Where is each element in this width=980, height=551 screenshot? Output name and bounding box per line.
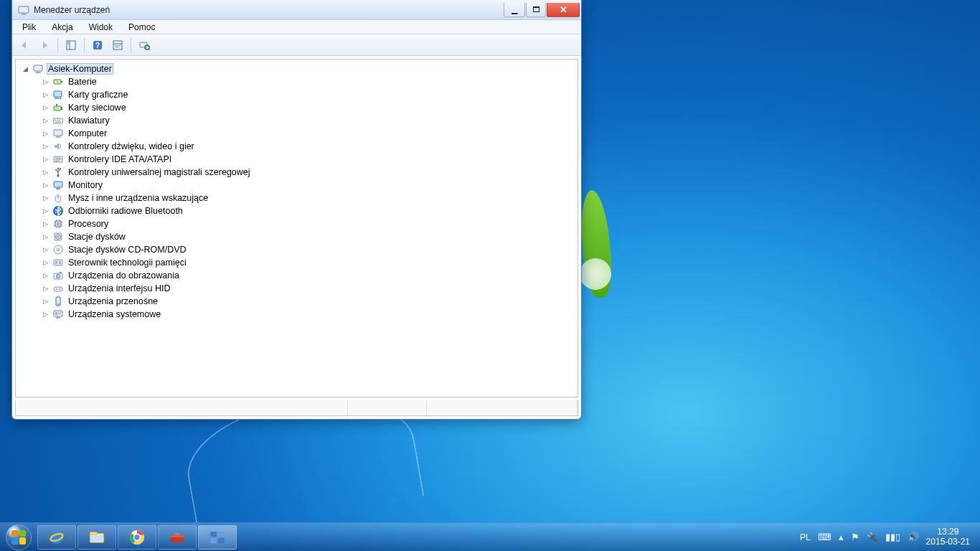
close-button[interactable]: ✕ xyxy=(547,3,580,17)
expand-icon[interactable]: ▷ xyxy=(42,233,50,241)
menu-widok[interactable]: Widok xyxy=(83,22,118,33)
taskbar-ie[interactable] xyxy=(37,525,76,550)
expand-icon[interactable]: ▷ xyxy=(42,156,50,164)
expand-icon[interactable]: ▷ xyxy=(42,194,50,202)
collapse-icon[interactable]: ◢ xyxy=(22,65,29,73)
help-button[interactable]: ? xyxy=(88,37,107,54)
svg-rect-95 xyxy=(210,531,217,536)
expand-icon[interactable]: ▷ xyxy=(42,272,50,280)
computer-icon xyxy=(52,128,64,139)
power-icon[interactable]: 🔌 xyxy=(867,532,878,542)
tree-item[interactable]: ▷Procesory xyxy=(17,217,576,230)
start-button[interactable] xyxy=(4,523,33,552)
properties-button[interactable] xyxy=(108,37,127,54)
keyboard-layout-icon[interactable]: ⌨ xyxy=(818,532,831,542)
back-button[interactable] xyxy=(15,37,34,54)
tree-item[interactable]: ▷Monitory xyxy=(17,179,576,192)
svg-text:?: ? xyxy=(95,42,100,50)
tree-item-label: Stacje dysków xyxy=(67,232,127,242)
svg-rect-67 xyxy=(55,261,57,264)
tree-item[interactable]: ▷Stacje dysków xyxy=(17,230,576,243)
taskbar-app-toolbox[interactable] xyxy=(158,525,197,550)
volume-icon[interactable]: 🔊 xyxy=(908,532,919,542)
tree-item[interactable]: ▷Sterownik technologii pamięci xyxy=(17,256,576,269)
statusbar xyxy=(15,400,578,416)
tree-item-label: Sterownik technologii pamięci xyxy=(67,258,188,268)
svg-rect-33 xyxy=(56,136,60,137)
action-center-icon[interactable]: ⚑ xyxy=(851,532,859,542)
tray-clock[interactable]: 13:29 2015-03-21 xyxy=(926,527,970,547)
tree-item[interactable]: ▷Stacje dysków CD-ROM/DVD xyxy=(17,243,576,256)
tree-item[interactable]: ▷Karty sieciowe xyxy=(17,101,576,114)
taskbar-explorer[interactable] xyxy=(77,525,116,550)
svg-rect-0 xyxy=(19,6,29,13)
titlebar[interactable]: Menedżer urządzeń ▁ ✕ xyxy=(12,0,581,20)
tree-item-label: Karty graficzne xyxy=(67,90,129,100)
network-icon[interactable]: ▮▮▯ xyxy=(885,532,900,542)
menu-plik[interactable]: Plik xyxy=(17,22,42,33)
expand-icon[interactable]: ▷ xyxy=(42,117,50,125)
expand-icon[interactable]: ▷ xyxy=(42,91,50,99)
window-title: Menedżer urządzeń xyxy=(34,5,503,15)
expand-icon[interactable]: ▷ xyxy=(42,130,50,138)
statusbar-cell xyxy=(427,400,578,415)
tree-item-label: Kontrolery dźwięku, wideo i gier xyxy=(67,141,196,151)
svg-rect-10 xyxy=(115,45,121,46)
svg-rect-16 xyxy=(36,72,40,72)
svg-rect-24 xyxy=(61,107,62,110)
svg-rect-2 xyxy=(21,14,27,15)
svg-rect-94 xyxy=(174,532,180,534)
tree-item[interactable]: ▷Mysz i inne urządzenia wskazujące xyxy=(17,192,576,204)
tray-show-hidden-icons[interactable]: ▴ xyxy=(839,532,844,542)
expand-icon[interactable]: ▷ xyxy=(42,220,50,228)
expand-icon[interactable]: ▷ xyxy=(42,182,50,189)
tree-item[interactable]: ▷Baterie xyxy=(17,75,576,88)
disk-icon xyxy=(52,231,64,242)
tree-root[interactable]: ◢Asiek-Komputer xyxy=(17,62,576,75)
tree-item[interactable]: ▷Kontrolery uniwersalnej magistrali szer… xyxy=(17,166,576,179)
expand-icon[interactable]: ▷ xyxy=(42,298,50,306)
tree-item[interactable]: ▷Klawiatury xyxy=(17,114,576,127)
tree-item[interactable]: ▷Kontrolery dźwięku, wideo i gier xyxy=(17,140,576,153)
svg-rect-86 xyxy=(90,532,97,534)
svg-rect-80 xyxy=(58,312,61,313)
expand-icon[interactable]: ▷ xyxy=(42,104,50,112)
maximize-button[interactable] xyxy=(526,3,546,17)
svg-rect-20 xyxy=(54,91,62,97)
svg-rect-23 xyxy=(54,106,61,110)
svg-rect-47 xyxy=(56,189,60,189)
tree-item[interactable]: ▷Komputer xyxy=(17,127,576,140)
expand-icon[interactable]: ▷ xyxy=(42,207,50,215)
tree-item[interactable]: ▷Urządzenia przenośne xyxy=(17,295,576,308)
scan-hardware-button[interactable] xyxy=(135,37,154,54)
svg-rect-12 xyxy=(140,42,147,47)
svg-point-42 xyxy=(55,169,57,171)
svg-point-70 xyxy=(57,275,60,278)
expand-icon[interactable]: ▷ xyxy=(42,143,50,151)
expand-icon[interactable]: ▷ xyxy=(42,78,50,86)
minimize-button[interactable]: ▁ xyxy=(504,3,525,17)
taskbar-device-manager[interactable] xyxy=(198,525,237,550)
svg-rect-15 xyxy=(34,65,42,71)
expand-icon[interactable]: ▷ xyxy=(42,285,50,293)
tree-item[interactable]: ▷Odbiorniki radiowe Bluetooth xyxy=(17,204,576,217)
forward-button[interactable] xyxy=(35,37,54,54)
tree-item-label: Mysz i inne urządzenia wskazujące xyxy=(67,193,209,203)
tree-item[interactable]: ▷Urządzenia systemowe xyxy=(17,308,576,321)
expand-icon[interactable]: ▷ xyxy=(42,169,50,176)
tree-item[interactable]: ▷Urządzenia interfejsu HID xyxy=(17,282,576,295)
show-hide-tree-button[interactable] xyxy=(62,37,80,54)
menu-akcja[interactable]: Akcja xyxy=(46,22,78,33)
taskbar-chrome[interactable] xyxy=(118,525,156,550)
tray-lang[interactable]: PL xyxy=(800,532,811,542)
device-tree-panel[interactable]: ◢Asiek-Komputer▷Baterie▷Karty graficzne▷… xyxy=(15,59,578,397)
tree-item[interactable]: ▷Urządzenia do obrazowania xyxy=(17,269,576,282)
expand-icon[interactable]: ▷ xyxy=(42,311,50,319)
tree-item[interactable]: ▷Karty graficzne xyxy=(17,88,576,101)
device-manager-window: Menedżer urządzeń ▁ ✕ Plik Akcja Widok P… xyxy=(11,0,582,420)
tree-item[interactable]: ▷Kontrolery IDE ATA/ATAPI xyxy=(17,153,576,166)
menu-pomoc[interactable]: Pomoc xyxy=(123,22,161,33)
tree-item-label: Kontrolery IDE ATA/ATAPI xyxy=(67,154,173,164)
expand-icon[interactable]: ▷ xyxy=(42,246,50,254)
expand-icon[interactable]: ▷ xyxy=(42,259,50,267)
